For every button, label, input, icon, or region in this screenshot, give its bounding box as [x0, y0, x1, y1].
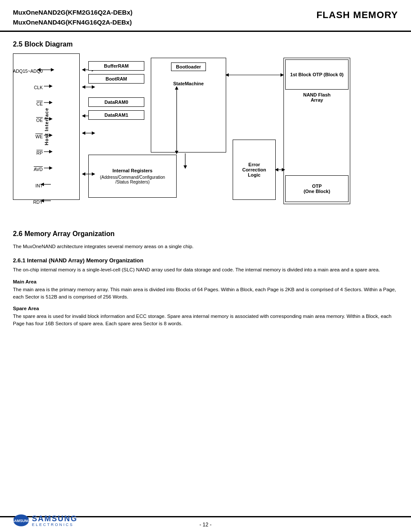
- content-area: 2.5 Block Diagram: [0, 32, 411, 516]
- nand-flash-label: NAND FlashArray: [283, 92, 350, 103]
- internal-registers-sub: (Address/Command/Configuration/Status Re…: [100, 175, 165, 184]
- main-area-text: The main area is the primary memory arra…: [13, 286, 398, 301]
- ecl-label: ErrorCorrectionLogic: [242, 162, 266, 177]
- logo-box: SAMSUNG SAMSUNG ELECTRONICS: [13, 512, 78, 529]
- data-ram0-block: DataRAM0: [88, 97, 144, 107]
- ram-blocks: BufferRAM BootRAM DataRAM0 DataRAM1: [88, 61, 144, 123]
- section-261-heading: 2.6.1 Internal (NAND Array) Memory Organ…: [13, 257, 398, 264]
- boot-ram-block: BootRAM: [88, 74, 144, 84]
- ecl-box: ErrorCorrectionLogic: [233, 140, 276, 200]
- spare-area-text: The spare area is used for invalid block…: [13, 313, 398, 328]
- svg-marker-31: [92, 131, 95, 135]
- state-machine-label: StateMachine: [173, 81, 204, 86]
- header: MuxOneNAND2G(KFM2G16Q2A-DEBx) MuxOneNAND…: [0, 0, 411, 32]
- header-title: MuxOneNAND2G(KFM2G16Q2A-DEBx) MuxOneNAND…: [13, 8, 133, 27]
- spare-area-label: Spare Area: [13, 306, 398, 311]
- page-number: - 12 -: [199, 522, 212, 528]
- section-26-heading: 2.6 Memory Array Organization: [13, 230, 398, 238]
- footer: SAMSUNG SAMSUNG ELECTRONICS - 12 -: [0, 516, 411, 532]
- footer-logo: SAMSUNG SAMSUNG ELECTRONICS: [13, 512, 78, 529]
- block-diagram: ADQ15~ADQ0 CLK CE OE WE RP AVD INT RDY H…: [13, 53, 388, 217]
- section-26: 2.6 Memory Array Organization The MuxOne…: [13, 230, 398, 328]
- svg-text:SAMSUNG: SAMSUNG: [13, 519, 29, 523]
- state-machine-box: Bootloader StateMachine: [151, 58, 226, 152]
- svg-marker-36: [184, 165, 187, 169]
- internal-registers-title: Internal Registers: [112, 168, 153, 173]
- header-section-label: FLASH MEMORY: [316, 8, 398, 21]
- section-26-intro: The MuxOneNAND architecture integrates s…: [13, 243, 398, 250]
- samsung-logo-icon: SAMSUNG: [13, 512, 29, 529]
- host-interface-label: Host Interface: [44, 108, 49, 145]
- samsung-name: SAMSUNG: [32, 514, 78, 523]
- internal-registers-box: Internal Registers (Address/Command/Conf…: [88, 155, 177, 198]
- svg-marker-24: [82, 85, 85, 89]
- section-261-intro: The on-chip internal memory is a single-…: [13, 266, 398, 274]
- otp-top-box: 1st Block OTP (Block 0): [285, 59, 349, 90]
- section-25-heading: 2.5 Block Diagram: [13, 40, 398, 48]
- svg-marker-33: [82, 172, 85, 176]
- bootloader-label: Bootloader: [171, 62, 206, 71]
- samsung-electronics: ELECTRONICS: [32, 523, 78, 527]
- svg-marker-27: [82, 114, 85, 118]
- buffer-ram-block: BufferRAM: [88, 61, 144, 71]
- svg-marker-30: [82, 131, 85, 135]
- page: MuxOneNAND2G(KFM2G16Q2A-DEBx) MuxOneNAND…: [0, 0, 411, 532]
- otp-bottom-box: OTP(One Block): [285, 175, 349, 202]
- host-interface-box: Host Interface: [13, 53, 80, 200]
- svg-marker-21: [82, 68, 85, 72]
- data-ram1-block: DataRAM1: [88, 110, 144, 120]
- main-area-label: Main Area: [13, 279, 398, 284]
